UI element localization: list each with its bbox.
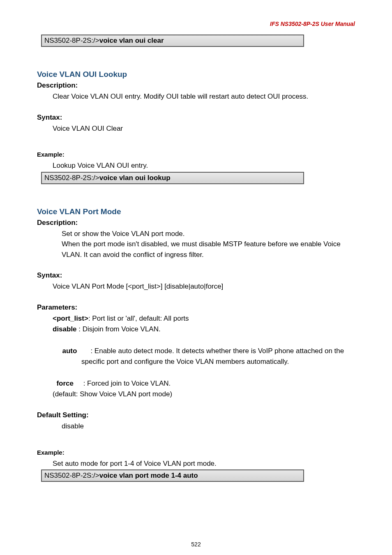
param-auto-cont: specific port and configure the Voice VL… (81, 356, 355, 367)
code-prompt: NS3502-8P-2S:/> (44, 37, 99, 44)
param-force: force : Forced join to Voice VLAN. (53, 367, 355, 389)
code-box-lookup: NS3502-8P-2S:/>voice vlan oui lookup (41, 172, 304, 184)
param-key: auto (62, 347, 77, 355)
code-prompt: NS3502-8P-2S:/> (44, 472, 99, 479)
parameters-label: Parameters: (37, 303, 355, 312)
syntax-text: Voice VLAN Port Mode [<port_list>] [disa… (53, 281, 355, 292)
example-label: Example: (37, 449, 355, 456)
param-text: : Forced join to Voice VLAN. (74, 379, 171, 387)
syntax-label: Syntax: (37, 271, 355, 280)
param-text: : Port list or 'all', default: All ports (88, 314, 189, 322)
default-setting-label: Default Setting: (37, 411, 355, 419)
param-portlist: <port_list>: Port list or 'all', default… (53, 313, 355, 324)
code-box-portmode: NS3502-8P-2S:/>voice vlan port mode 1-4 … (41, 469, 304, 482)
page-number: 522 (0, 541, 392, 548)
description-label: Description: (37, 219, 355, 227)
description-line1: Set or show the Voice VLAN port mode. (62, 229, 355, 239)
code-command: voice vlan oui lookup (99, 174, 171, 182)
param-auto: auto : Enable auto detect mode. It detec… (58, 335, 355, 356)
code-command: voice vlan port mode 1-4 auto (99, 472, 198, 479)
description-line3: VLAN. It can avoid the conflict of ingre… (62, 250, 355, 260)
example-text: Lookup Voice VLAN OUI entry. (53, 160, 355, 171)
code-command: voice vlan oui clear (99, 37, 164, 44)
description-label: Description: (37, 81, 355, 90)
default-setting-text: disable (62, 421, 355, 432)
param-text: : Disjoin from Voice VLAN. (77, 325, 161, 333)
description-line2: When the port mode isn't disabled, we mu… (62, 239, 355, 250)
param-key: <port_list> (53, 314, 88, 322)
syntax-label: Syntax: (37, 113, 355, 122)
param-key: force (56, 379, 74, 387)
section-title-port-mode: Voice VLAN Port Mode (37, 207, 355, 216)
syntax-text: Voice VLAN OUI Clear (53, 123, 355, 134)
example-text: Set auto mode for port 1-4 of Voice VLAN… (53, 458, 355, 469)
param-disable: disable : Disjoin from Voice VLAN. (53, 324, 355, 335)
param-text: : Enable auto detect mode. It detects wh… (77, 347, 344, 355)
page-header: IFS NS3502-8P-2S User Manual (37, 21, 355, 27)
param-default: (default: Show Voice VLAN port mode) (53, 389, 355, 400)
example-label: Example: (37, 151, 355, 158)
section-title-oui-lookup: Voice VLAN OUI Lookup (37, 70, 355, 79)
code-box-top: NS3502-8P-2S:/>voice vlan oui clear (41, 35, 304, 47)
code-prompt: NS3502-8P-2S:/> (44, 174, 99, 182)
param-key: disable (53, 325, 77, 333)
description-text: Clear Voice VLAN OUI entry. Modify OUI t… (53, 91, 355, 102)
